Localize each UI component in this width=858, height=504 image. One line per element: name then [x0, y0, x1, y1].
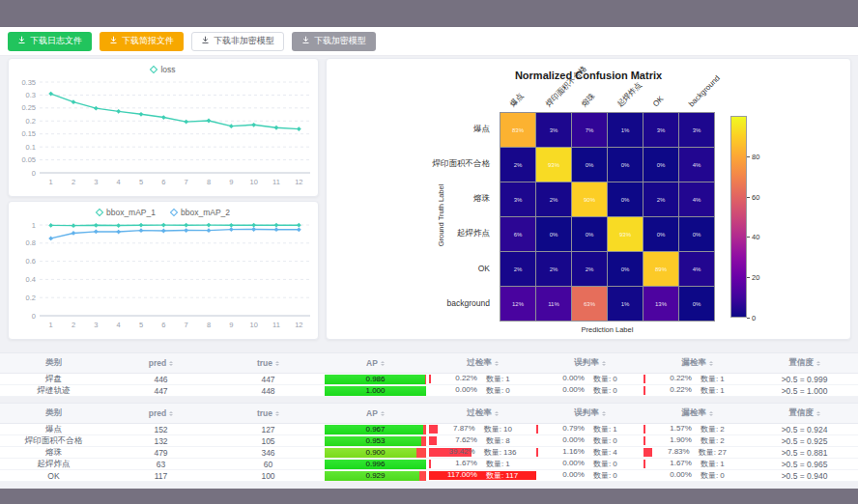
download-icon	[201, 36, 210, 46]
rate-percent: 0.00%	[562, 435, 585, 446]
sort-icon[interactable]	[169, 359, 173, 368]
category-cell: 焊缝轨迹	[0, 385, 107, 396]
svg-text:1: 1	[49, 321, 53, 329]
rate-count: 数量: 2	[701, 435, 725, 446]
category-cell: 焊盘	[0, 374, 107, 384]
sort-icon[interactable]	[275, 409, 279, 418]
sort-icon[interactable]	[709, 409, 713, 418]
confusion-cell: 1%	[608, 287, 643, 321]
rate-count: 数量: 4	[593, 447, 617, 458]
sort-icon[interactable]	[709, 359, 713, 368]
overdetect-cell: 0.22%数量: 1	[429, 374, 536, 384]
confidence-cell: >0.5 = 0.999	[751, 374, 858, 384]
column-header-ap: AP	[322, 353, 429, 373]
confusion-cell: 3%	[536, 113, 571, 147]
confusion-cell: 0%	[679, 217, 714, 251]
overdetect-cell: 1.67%数量: 1	[429, 459, 536, 469]
sort-icon[interactable]	[381, 409, 385, 418]
rate-count: 数量: 0	[486, 385, 510, 396]
column-header-confidence: 置信度	[751, 353, 858, 373]
sort-icon[interactable]	[602, 409, 606, 418]
svg-text:11: 11	[272, 321, 280, 329]
download-plain-model-button[interactable]: 下载非加密模型	[191, 32, 284, 51]
confusion-cell: 0%	[536, 217, 571, 251]
download-encrypted-model-button[interactable]: 下载加密模型	[292, 32, 376, 51]
rate-bar	[644, 436, 645, 445]
rate-count: 数量: 0	[701, 470, 725, 481]
svg-text:0.35: 0.35	[21, 78, 36, 87]
legend-label: loss	[160, 65, 175, 74]
column-header-category: 类别	[0, 353, 107, 373]
column-header-miss-rate: 漏检率	[644, 353, 751, 373]
misjudge-cell: 0.00%数量: 0	[536, 459, 644, 469]
rate-values: 1.16%数量: 4	[562, 447, 617, 458]
rate-count: 数量: 27	[699, 447, 727, 458]
column-header-label: 误判率	[574, 357, 599, 369]
misjudge-cell: 0.00%数量: 0	[536, 374, 644, 384]
category-cell: 起焊炸点	[0, 459, 107, 469]
legend-item-bbox_mAP_2[interactable]: bbox_mAP_2	[171, 208, 230, 217]
legend-label: bbox_mAP_2	[181, 208, 230, 217]
confusion-cell: 4%	[679, 148, 714, 182]
button-label: 下载加密模型	[314, 35, 366, 47]
sort-icon[interactable]	[495, 359, 499, 368]
sort-icon[interactable]	[816, 409, 820, 418]
legend-item-bbox_mAP_1[interactable]: bbox_mAP_1	[97, 208, 156, 217]
download-icon	[301, 36, 310, 46]
true-cell: 60	[214, 459, 322, 469]
confusion-cell: 0%	[644, 217, 678, 251]
svg-text:3: 3	[94, 178, 98, 186]
rate-count: 数量: 8	[486, 435, 510, 446]
sort-icon[interactable]	[169, 409, 173, 418]
rate-percent: 0.22%	[670, 374, 692, 384]
map-chart: 00.20.40.60.81123456789101112	[9, 219, 320, 335]
button-label: 下载日志文件	[30, 35, 82, 47]
sort-icon[interactable]	[381, 359, 385, 368]
colorbar-tick-label: 80	[752, 152, 759, 160]
svg-text:8: 8	[207, 321, 211, 329]
svg-text:0.05: 0.05	[21, 155, 36, 164]
sort-icon[interactable]	[816, 359, 820, 368]
svg-text:0.2: 0.2	[26, 117, 36, 126]
rate-percent: 1.67%	[670, 459, 692, 469]
table-row: OK1171000.929117.00%数量: 1170.00%数量: 00.0…	[0, 470, 858, 482]
true-cell: 127	[214, 424, 322, 434]
category-cell: 熔珠	[0, 447, 107, 458]
misjudge-cell: 0.00%数量: 0	[536, 470, 644, 481]
pred-cell: 132	[107, 435, 214, 446]
svg-text:4: 4	[117, 178, 121, 186]
confusion-matrix-row-labels: 爆点焊印面积不合格熔珠起焊炸点OKbackground	[327, 112, 495, 320]
table-header-row: 类别predtrueAP过检率误判率漏检率置信度	[0, 404, 858, 424]
loss-chart-legend: loss	[9, 59, 318, 76]
colorbar-tick-label: 20	[752, 273, 759, 282]
ap-cell: 1.000	[322, 385, 429, 396]
rate-percent: 0.22%	[455, 374, 477, 384]
confusion-cell: 93%	[536, 148, 571, 182]
row-label: 爆点	[327, 112, 495, 146]
rate-bar	[536, 448, 538, 457]
confusion-cell: 11%	[536, 287, 571, 321]
legend-item-loss[interactable]: loss	[151, 65, 175, 74]
rate-percent: 7.83%	[668, 447, 690, 458]
ap-value: 0.900	[325, 448, 426, 458]
sort-icon[interactable]	[275, 359, 279, 368]
legend-marker-icon	[96, 209, 103, 216]
row-label: 熔珠	[327, 182, 495, 215]
sort-icon[interactable]	[602, 359, 606, 368]
column-header-misjudge-rate: 误判率	[536, 404, 644, 423]
column-header-label: 置信度	[788, 357, 814, 369]
svg-text:6: 6	[161, 178, 165, 186]
rate-values: 7.87%数量: 10	[453, 424, 512, 434]
rate-percent: 1.67%	[455, 459, 477, 469]
table-row: 起焊炸点63600.9961.67%数量: 10.00%数量: 01.67%数量…	[0, 459, 858, 470]
download-report-button[interactable]: 下载简报文件	[100, 32, 184, 51]
column-header-label: 类别	[45, 357, 62, 369]
rate-values: 7.62%数量: 8	[455, 435, 510, 446]
confusion-matrix-xlabel: Prediction Label	[500, 325, 715, 334]
download-log-button[interactable]: 下载日志文件	[8, 32, 92, 51]
column-header-true: true	[214, 353, 322, 373]
sort-icon[interactable]	[495, 409, 499, 418]
confusion-cell: 7%	[572, 113, 607, 147]
map-chart-legend: bbox_mAP_1bbox_mAP_2	[9, 202, 318, 219]
colorbar	[730, 116, 747, 318]
